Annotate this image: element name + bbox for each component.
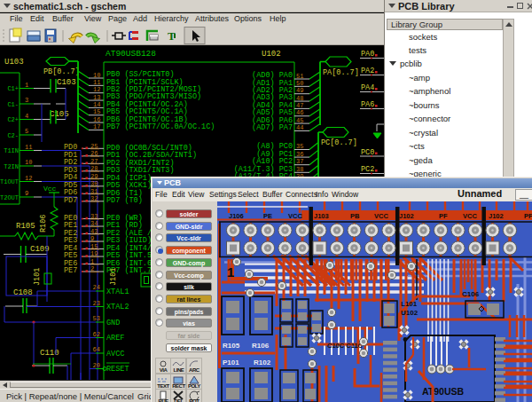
svg-text:62: 62 (93, 331, 100, 338)
svg-text:28: 28 (90, 165, 98, 172)
svg-text:49: 49 (296, 87, 303, 94)
svg-text:29: 29 (90, 173, 98, 180)
svg-text:15: 15 (93, 108, 100, 115)
svg-text:U103: U103 (4, 58, 24, 67)
svg-text:33: 33 (90, 213, 98, 220)
svg-text:19: 19 (90, 250, 98, 257)
svg-text:AT90USB: AT90USB (422, 386, 464, 397)
svg-text:R105: R105 (223, 342, 240, 350)
svg-text:12: 12 (25, 175, 32, 182)
svg-text:PD7 (T0): PD7 (T0) (106, 196, 143, 205)
svg-text:C108: C108 (13, 288, 33, 297)
svg-text:U102: U102 (262, 50, 281, 59)
svg-text:T1IN: T1IN (4, 147, 19, 154)
svg-text:(AD7) PA7: (AD7) PA7 (252, 123, 293, 132)
svg-text:J102: J102 (399, 212, 414, 220)
svg-text:PA4: PA4 (361, 83, 374, 92)
svg-text:38: 38 (296, 166, 303, 173)
svg-text:U102: U102 (401, 309, 419, 317)
svg-text:PA2: PA2 (361, 67, 374, 75)
svg-text:C1-: C1- (7, 101, 19, 108)
svg-text:5: 5 (25, 128, 28, 135)
svg-text:R106: R106 (252, 342, 270, 350)
svg-text:J101: J101 (109, 268, 118, 286)
svg-text:4: 4 (25, 113, 28, 120)
svg-text:10: 10 (93, 72, 100, 79)
svg-text:PC0: PC0 (361, 148, 374, 157)
svg-text:R106: R106 (39, 215, 48, 233)
svg-text:1: 1 (90, 258, 94, 265)
svg-text:12: 12 (93, 86, 100, 93)
svg-text:37: 37 (296, 158, 303, 165)
svg-text:11: 11 (93, 79, 100, 86)
svg-text:10: 10 (25, 159, 32, 166)
svg-text:PA0: PA0 (361, 50, 374, 59)
svg-text:31: 31 (90, 188, 98, 195)
svg-text:P101: P101 (223, 359, 239, 367)
svg-text:30: 30 (90, 180, 98, 187)
svg-text:XTAL2: XTAL2 (106, 303, 129, 311)
svg-text:47: 47 (296, 102, 303, 109)
svg-text:PE: PE (263, 212, 272, 220)
svg-text:2: 2 (90, 265, 94, 272)
svg-text:C2-: C2- (7, 132, 19, 139)
svg-text:32: 32 (90, 195, 98, 202)
svg-text:J101: J101 (33, 268, 42, 286)
svg-text:Vcc: Vcc (43, 185, 57, 193)
svg-text:J106: J106 (229, 212, 244, 220)
svg-text:34: 34 (90, 220, 98, 227)
svg-text:C10C C11C: C10C C11C (327, 342, 364, 350)
svg-text:11: 11 (25, 144, 32, 151)
svg-text:27: 27 (90, 158, 98, 165)
svg-text:J103: J103 (314, 212, 329, 220)
svg-text:64: 64 (93, 346, 100, 353)
svg-text:PF: PF (439, 212, 448, 220)
svg-text:PC2: PC2 (361, 165, 374, 174)
svg-text:23: 23 (93, 300, 100, 307)
svg-text:AREF: AREF (106, 334, 124, 343)
svg-text:AT90USB128: AT90USB128 (106, 49, 156, 59)
svg-text:GND: GND (106, 319, 120, 327)
svg-text:53: 53 (93, 315, 100, 322)
svg-text:17: 17 (93, 123, 100, 130)
svg-text:45: 45 (296, 117, 303, 124)
svg-text:1: 1 (227, 264, 234, 280)
svg-text:C106: C106 (462, 290, 480, 298)
svg-text:25: 25 (90, 143, 98, 150)
svg-text:R105: R105 (16, 222, 35, 231)
svg-text:C109: C109 (30, 245, 50, 254)
svg-text:PA6: PA6 (361, 100, 374, 109)
svg-text:PB[0..7]: PB[0..7] (43, 67, 80, 76)
svg-text:C2+: C2+ (7, 116, 19, 123)
svg-text:20: 20 (93, 362, 100, 369)
svg-text:C103: C103 (57, 78, 76, 87)
svg-text:T1OUT: T1OUT (0, 178, 19, 185)
svg-text:AVCC: AVCC (106, 350, 124, 359)
svg-text:XTAL1: XTAL1 (106, 288, 129, 296)
svg-text:13: 13 (93, 94, 100, 101)
svg-text:VCC: VCC (374, 212, 388, 220)
svg-text:9: 9 (25, 190, 28, 197)
svg-text:43: 43 (90, 228, 98, 235)
svg-text:16: 16 (93, 116, 100, 123)
svg-text:C1+: C1+ (7, 85, 19, 92)
svg-text:L101: L101 (401, 300, 418, 308)
svg-text:PE7: PE7 (64, 266, 77, 275)
svg-text:26: 26 (90, 150, 98, 157)
svg-text:T2OUT: T2OUT (0, 194, 19, 201)
svg-text:44: 44 (296, 124, 303, 131)
svg-text:PA[0..7]: PA[0..7] (323, 68, 359, 77)
svg-text:PB7 (PCINT7/OC.0A/OC.1C): PB7 (PCINT7/OC.0A/OC.1C) (106, 122, 215, 131)
svg-text:24: 24 (93, 284, 100, 291)
svg-text:48: 48 (296, 95, 303, 102)
svg-text:50: 50 (296, 80, 303, 87)
svg-text:PD7: PD7 (64, 196, 77, 205)
svg-text:51: 51 (296, 73, 303, 80)
svg-text:1: 1 (25, 82, 28, 89)
svg-text:R102: R102 (254, 359, 271, 367)
svg-text:PC[0..7]: PC[0..7] (321, 138, 357, 147)
svg-text:J102: J102 (489, 212, 504, 220)
svg-text:RESET: RESET (106, 365, 129, 374)
svg-text:36: 36 (296, 151, 303, 158)
svg-text:15: 15 (90, 243, 98, 250)
